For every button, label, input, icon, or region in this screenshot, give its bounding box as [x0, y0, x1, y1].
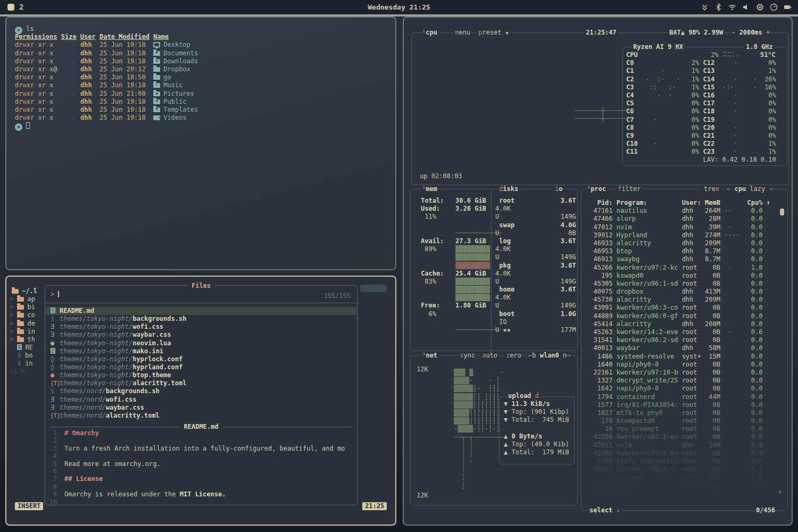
wifi-icon[interactable]: [728, 3, 736, 11]
picker-item[interactable]: ∃themes/tokyo-night/waybar.css: [46, 331, 356, 339]
neovim-window: ~/.l> ap> bi> co> de> in> th RE $ bo $ i…: [5, 276, 396, 526]
proc-row[interactable]: 40075 dropbox dhh 413M 0.0: [586, 288, 770, 296]
file-tree[interactable]: ~/.l> ap> bi> co> de> in> th RE $ bo $ i…: [10, 287, 37, 376]
proc-row[interactable]: 1827 mt76-tx phy0 root 0B 0.0: [586, 409, 770, 417]
proc-row[interactable]: 1 systemd root 13M 0.0: [586, 473, 770, 481]
proc-row[interactable]: 16 rcu_preempt root 0B 0.0: [586, 425, 770, 433]
proc-row[interactable]: 1794 containerd root 44M 0.0: [586, 393, 770, 401]
tree-item[interactable]: $ in: [10, 360, 37, 368]
proc-row[interactable]: 1380 btrfs-transactio root 0B 0.0: [586, 458, 770, 466]
box-title[interactable]: Ryzen AI 9 HX: [631, 43, 685, 51]
ls-output: >lsPermissions Size User Date Modified N…: [15, 25, 198, 130]
proc-row[interactable]: 46953 btop dhh 8.7M 0.0: [586, 247, 770, 255]
proc-row[interactable]: 195 kswapd0 root 0B 0.0: [586, 272, 770, 280]
proc-row[interactable]: 22161 kworker/u97:10-b root 0B 0.0: [586, 369, 770, 377]
ls-row: drwxr-xr-x - dhh 25 Jun 19:18 Videos: [15, 114, 198, 122]
system-tray[interactable]: [701, 3, 792, 11]
picker-item[interactable]: ∃themes/nord/waybar.css: [46, 404, 356, 412]
proc-row[interactable]: 46933 alacritty dhh 209M 0.0: [586, 239, 770, 247]
proc-row[interactable]: 1640 napi/phy0-0 root 0B 0.0: [586, 361, 770, 369]
proc-row[interactable]: 1486 systemd-resolve syst+ 15M 0.0: [586, 353, 770, 361]
box-title[interactable]: BAT▲ 98% 2.99W: [668, 29, 725, 37]
proc-row[interactable]: 40013 waybar dhh 58M 0.0: [586, 344, 770, 352]
tree-item[interactable]: > ap: [10, 295, 37, 303]
box-title[interactable]: filter: [616, 185, 642, 193]
picker-prompt[interactable]: >: [51, 290, 352, 298]
bluetooth-icon[interactable]: [714, 3, 722, 11]
proc-row[interactable]: 47161 nautilus dhh 264M ·· 0.0: [586, 207, 770, 215]
cpu-core-box: CPU 2% ⠭⠭⠅⠄ 51°CC0 2% C12 · 0%C1 · 1% C1…: [622, 47, 787, 166]
picker-item[interactable]: themes/tokyo-night/mako.ini: [46, 347, 356, 355]
proc-row[interactable]: 45730 alacritty dhh 209M 0.0: [586, 296, 770, 304]
box-title[interactable]: zero: [504, 352, 523, 360]
picker-item[interactable]: ∃themes/nord/wofi.css: [46, 396, 356, 404]
box-title[interactable]: preset ★: [477, 29, 511, 37]
picker-item[interactable]: ◊themes/tokyo-night/hyprlock.conf: [46, 355, 356, 363]
box-title[interactable]: tree: [702, 185, 721, 193]
battery-icon[interactable]: [784, 3, 792, 11]
tree-item[interactable]: ~/.l: [10, 287, 37, 295]
picker-item[interactable]: README.md: [46, 307, 356, 315]
proc-row[interactable]: 43091 kworker/u96:3-co root 0B 0.0: [586, 304, 770, 312]
proc-row[interactable]: 44956 kworker/u97:1-kc root 0B 0.0: [586, 482, 770, 490]
proc-row[interactable]: 45414 alacritty dhh 208M 0.0: [586, 320, 770, 328]
box-title[interactable]: ← cpu lazy →: [725, 185, 775, 193]
proc-row[interactable]: 42309 kworker/u97:4-kv root 0B 0.0: [586, 450, 770, 458]
box-title[interactable]: ¹cpu: [420, 29, 439, 37]
proc-row[interactable]: 47011 nvim dhh 10M 0.0: [586, 442, 770, 450]
picker-item[interactable]: $themes/nord/backgrounds.sh: [46, 387, 356, 395]
proc-scrollbar[interactable]: [780, 209, 784, 215]
proc-row[interactable]: 1642 napi/phy0-0 root 0B 0.0: [586, 385, 770, 393]
box-title[interactable]: ³net: [420, 352, 439, 360]
proc-row[interactable]: 1845 pipewire dhh 10M 0.0: [586, 490, 770, 498]
box-title[interactable]: io: [553, 185, 564, 193]
tree-item[interactable]: > th: [10, 336, 37, 344]
chip-icon[interactable]: [756, 3, 764, 11]
updates-icon[interactable]: [701, 3, 709, 11]
box-title[interactable]: 21:25:47: [584, 29, 618, 37]
proc-row[interactable]: 45263 kworker/14:2-eve root 0B · 0.6: [586, 328, 770, 336]
proc-row[interactable]: 45266 kworker/u97:2-kc root 0B · 1.0: [586, 264, 770, 272]
tree-item[interactable]: > de: [10, 320, 37, 328]
ls-row: drwxr-xr-x - dhh 25 Jun 18:50 go: [15, 73, 198, 81]
tree-item[interactable]: > co: [10, 311, 37, 319]
box-title[interactable]: menu: [453, 29, 472, 37]
box-title[interactable]: - 2000ms +: [730, 29, 771, 37]
proc-row[interactable]: 176 kcompactd0 root 0B 0.0: [586, 417, 770, 425]
tree-item[interactable]: RE: [10, 344, 37, 352]
box-title[interactable]: ²mem: [420, 185, 439, 193]
box-title[interactable]: auto: [480, 352, 499, 360]
picker-item[interactable]: ●themes/tokyo-night/neovim.lua: [46, 339, 356, 347]
tree-item[interactable]: $ bo: [10, 352, 37, 360]
proc-row[interactable]: 1577 irq/81-PIXA3854: root 0B 0.0: [586, 401, 770, 409]
picker-item[interactable]: [T]themes/tokyo-night/alacritty.toml: [46, 379, 356, 387]
proc-row[interactable]: 45305 kworker/u96:1-sd root 0B 0.0: [586, 280, 770, 288]
proc-row[interactable]: 42208 kworker/u97:3-ev root 0B 0.0: [586, 433, 770, 441]
picker-item[interactable]: $themes/tokyo-night/backgrounds.sh: [46, 315, 356, 323]
process-list[interactable]: Pid: Program: User: MemB Cpu% ↑ 47161 na…: [586, 199, 770, 498]
box-title[interactable]: upload d: [506, 392, 541, 400]
box-title[interactable]: 1.8 GHz: [744, 43, 775, 51]
proc-row[interactable]: 1327 dmcrypt_write/25 root 0B 0.0: [586, 377, 770, 385]
proc-row[interactable]: 46913 swaybg dhh 8.7M 0.0: [586, 255, 770, 263]
tree-item[interactable]: > bi: [10, 303, 37, 311]
picker-item[interactable]: ◊themes/tokyo-night/hyprland.conf: [46, 363, 356, 371]
box-title[interactable]: sync: [458, 352, 477, 360]
box-title[interactable]: ⁴proc: [585, 185, 608, 193]
proc-row[interactable]: 31541 kworker/u96:2-sd root 0B 0.0: [586, 336, 770, 344]
proc-row[interactable]: 44889 kworker/u96:0-gf root 0B 0.0: [586, 312, 770, 320]
picker-item[interactable]: ∃themes/tokyo-night/wofi.css: [46, 323, 356, 331]
proc-row[interactable]: 47012 nvim dhh 39M · 0.0: [586, 223, 770, 231]
picker-item[interactable]: [T]themes/nord/alacritty.toml: [46, 412, 356, 420]
gauge-icon[interactable]: [770, 3, 778, 11]
scrollbar[interactable]: [360, 285, 387, 292]
proc-row[interactable]: 46072 kworker/u98:2-kc root 0B 0.0: [586, 466, 770, 473]
tree-item[interactable]: > in: [10, 328, 37, 336]
select-button[interactable]: select ↓: [588, 506, 622, 514]
picker-item[interactable]: ●themes/tokyo-night/btop.theme: [46, 371, 356, 379]
box-title[interactable]: ←b wlan0 n→: [527, 352, 572, 360]
volume-icon[interactable]: [742, 3, 750, 11]
proc-row[interactable]: 39912 Hyprland dhh 274M ···· 0.0: [586, 231, 770, 239]
box-title[interactable]: disks: [497, 185, 520, 193]
proc-row[interactable]: 47466 slurp dhh 28M 0.0: [586, 215, 770, 223]
